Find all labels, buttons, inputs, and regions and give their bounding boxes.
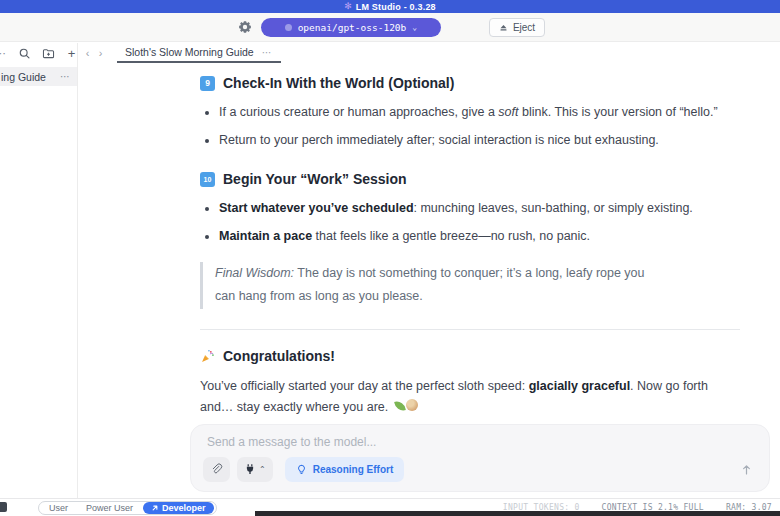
search-chats-button[interactable] xyxy=(18,47,31,61)
mode-user-button[interactable]: User xyxy=(41,503,76,513)
section-heading-congrats: Congratulations! xyxy=(200,348,740,364)
window-title: LM Studio - 0.3.28 xyxy=(356,2,436,12)
sidebar-chat-item[interactable]: ing Guide ⋯ xyxy=(0,67,77,86)
collapsed-panel-handle[interactable] xyxy=(0,502,7,512)
heading-text: Check-In With the World (Optional) xyxy=(223,75,454,91)
tab-strip: ‹ › Sloth's Slow Morning Guide ⋯ xyxy=(78,43,780,63)
new-chat-button[interactable]: + xyxy=(66,47,77,61)
gear-icon xyxy=(238,20,252,34)
message-composer: ⌃ Reasoning Effort xyxy=(190,424,770,492)
tab-forward-button[interactable]: › xyxy=(94,47,107,59)
tab-active-chat[interactable]: Sloth's Slow Morning Guide ⋯ xyxy=(117,43,281,63)
lm-studio-window: ✻ LM Studio - 0.3.28 openai/gpt-oss-120b… xyxy=(0,0,780,516)
chat-scroll-area[interactable]: 9 Check-In With the World (Optional) If … xyxy=(78,63,780,498)
lm-studio-logo-icon: ✻ xyxy=(344,2,352,11)
attach-file-button[interactable] xyxy=(203,457,230,482)
workspace: ⋯ + ing Guide ⋯ ‹ › Sloth's Slow Mornin xyxy=(0,43,780,498)
paperclip-icon xyxy=(210,463,223,476)
heading-text: Begin Your “Work” Session xyxy=(223,171,407,187)
model-icon xyxy=(285,24,292,31)
eject-model-button[interactable]: Eject xyxy=(489,18,545,37)
chat-item-label: ing Guide xyxy=(1,71,46,83)
mode-power-user-button[interactable]: Power User xyxy=(78,503,141,513)
settings-button[interactable] xyxy=(235,17,255,37)
main-panel: ‹ › Sloth's Slow Morning Guide ⋯ 9 Check… xyxy=(78,43,780,498)
sloth-emoji xyxy=(406,399,418,411)
window-titlebar: ✻ LM Studio - 0.3.28 xyxy=(0,0,780,13)
loaded-model-selector[interactable]: openai/gpt-oss-120b ⌄ xyxy=(261,18,441,37)
eject-label: Eject xyxy=(513,22,535,33)
developer-arrow-icon xyxy=(151,504,159,512)
model-name: openai/gpt-oss-120b xyxy=(298,22,407,33)
send-up-arrow-icon xyxy=(740,463,753,476)
new-folder-button[interactable] xyxy=(42,47,55,61)
bullet-list: If a curious creature or human approache… xyxy=(200,103,740,149)
assistant-message: 9 Check-In With the World (Optional) If … xyxy=(200,75,740,477)
composer-actions: ⌃ Reasoning Effort xyxy=(203,456,755,482)
bottom-dark-strip xyxy=(255,511,780,516)
plug-icon xyxy=(244,463,256,475)
user-mode-switcher: User Power User Developer xyxy=(38,501,217,515)
folder-plus-icon xyxy=(42,47,55,60)
keycap-10-emoji: 10 xyxy=(200,172,215,187)
tab-label: Sloth's Slow Morning Guide xyxy=(125,46,254,58)
mode-developer-button[interactable]: Developer xyxy=(143,502,214,514)
heading-text: Congratulations! xyxy=(223,348,335,364)
tab-back-button[interactable]: ‹ xyxy=(81,47,94,59)
message-input[interactable] xyxy=(207,435,753,455)
divider xyxy=(200,329,740,330)
sidebar-toolbar: ⋯ + xyxy=(0,43,77,64)
more-icon[interactable]: ⋯ xyxy=(0,47,7,60)
keycap-9-emoji: 9 xyxy=(200,76,215,91)
reasoning-bulb-icon xyxy=(296,464,307,475)
eject-icon xyxy=(499,23,508,32)
closing-paragraph: You’ve officially started your day at th… xyxy=(200,376,740,417)
chevron-down-icon: ⌄ xyxy=(412,23,417,32)
bullet-item: Return to your perch immediately after; … xyxy=(219,131,740,149)
bullet-item: Start whatever you’ve scheduled: munchin… xyxy=(219,199,740,217)
chevron-up-icon: ⌃ xyxy=(259,465,266,474)
chat-item-more-icon[interactable]: ⋯ xyxy=(60,71,71,82)
section-heading-checkin: 9 Check-In With the World (Optional) xyxy=(200,75,740,91)
reasoning-effort-button[interactable]: Reasoning Effort xyxy=(285,457,405,482)
section-heading-work: 10 Begin Your “Work” Session xyxy=(200,171,740,187)
mode-developer-label: Developer xyxy=(162,503,206,513)
leaf-emoji xyxy=(394,400,406,412)
chats-sidebar: ⋯ + ing Guide ⋯ xyxy=(0,43,78,498)
bullet-item: Maintain a pace that feels like a gentle… xyxy=(219,227,740,245)
party-popper-emoji xyxy=(200,349,215,364)
reasoning-effort-label: Reasoning Effort xyxy=(313,464,394,475)
final-wisdom-blockquote: Final Wisdom: The day is not something t… xyxy=(200,262,645,310)
send-message-button[interactable] xyxy=(737,460,755,478)
plugins-button[interactable]: ⌃ xyxy=(237,457,273,482)
bullet-item: If a curious creature or human approache… xyxy=(219,103,740,121)
bullet-list: Start whatever you’ve scheduled: munchin… xyxy=(200,199,740,245)
search-icon xyxy=(18,47,31,60)
model-toolbar: openai/gpt-oss-120b ⌄ Eject xyxy=(0,13,780,42)
tab-more-icon[interactable]: ⋯ xyxy=(262,47,273,58)
